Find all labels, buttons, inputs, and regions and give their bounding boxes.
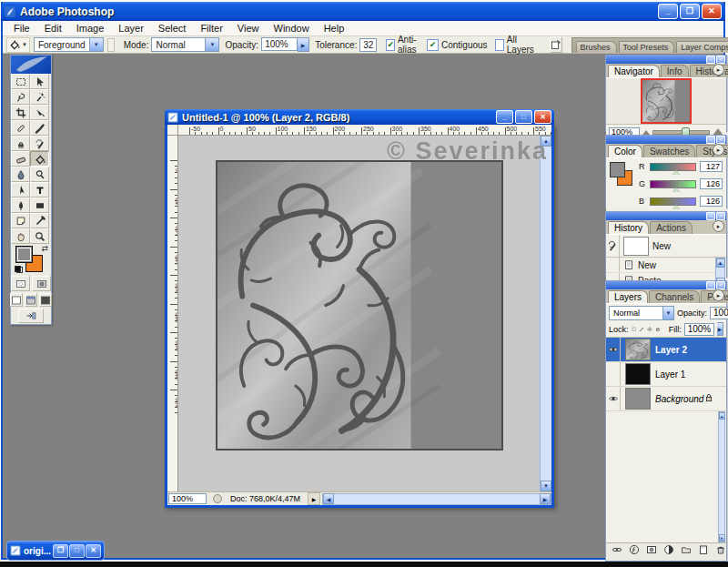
status-menu-arrow-icon[interactable]: ▶	[308, 492, 320, 505]
scroll-left-icon[interactable]: ◀	[323, 493, 334, 504]
visibility-toggle[interactable]	[606, 338, 621, 361]
color-panel-menu-icon[interactable]: ▸	[713, 144, 724, 156]
panel-titlebar[interactable]: –×	[606, 281, 726, 289]
layer-row-layer-1[interactable]: Layer 1	[606, 362, 726, 387]
crop-tool[interactable]	[11, 105, 30, 120]
history-snapshot-row[interactable]: New	[606, 235, 726, 258]
swap-colors-icon[interactable]: ⇄	[41, 244, 48, 253]
eyedropper-tool[interactable]	[30, 213, 49, 228]
panel-close-icon[interactable]: ×	[716, 212, 725, 220]
lock-pixels-icon[interactable]	[639, 324, 644, 335]
panel-minimize-icon[interactable]: –	[706, 136, 715, 144]
lock-transparency-icon[interactable]	[632, 324, 637, 335]
canvas-image[interactable]	[216, 160, 503, 451]
panel-minimize-icon[interactable]: –	[706, 212, 715, 220]
app-titlebar[interactable]: Adobe Photoshop _ ❐ ✕	[1, 2, 725, 21]
hand-tool[interactable]	[11, 228, 30, 244]
vertical-ruler[interactable]: 050100150200250300350400	[167, 136, 178, 491]
panel-titlebar[interactable]: –×	[606, 136, 726, 144]
layers-panel-menu-icon[interactable]: ▸	[713, 289, 724, 301]
close-icon[interactable]: ✕	[86, 544, 101, 558]
navigator-viewbox[interactable]	[641, 78, 692, 124]
channel-value-r[interactable]: 127	[700, 161, 723, 172]
layers-tab-layers[interactable]: Layers	[608, 290, 648, 303]
scroll-down-icon[interactable]: ▼	[541, 481, 551, 491]
status-zoom-input[interactable]: 100%	[168, 493, 207, 504]
default-colors-icon[interactable]	[15, 266, 23, 273]
scroll-up-icon[interactable]: ▲	[716, 258, 725, 268]
tolerance-input[interactable]: 32	[359, 38, 377, 52]
color-tab-color[interactable]: Color	[608, 145, 642, 157]
panel-close-icon[interactable]: ×	[716, 281, 725, 289]
panel-close-icon[interactable]: ×	[716, 136, 725, 144]
maximize-icon[interactable]: □	[69, 544, 85, 558]
jump-to-imageready-button[interactable]	[18, 309, 44, 323]
menu-view[interactable]: View	[230, 22, 267, 35]
fullscreen-button[interactable]	[39, 293, 52, 307]
paint-bucket-tool[interactable]	[30, 151, 49, 167]
new-layer-button[interactable]	[698, 542, 709, 559]
zoom-out-icon[interactable]	[642, 130, 650, 135]
blur-tool[interactable]	[11, 167, 30, 182]
dodge-tool[interactable]	[30, 167, 49, 182]
checkbox-all-layers[interactable]: All Layers	[495, 35, 537, 55]
channel-value-g[interactable]: 126	[700, 178, 723, 189]
channel-slider-g[interactable]	[650, 180, 696, 188]
canvas-area[interactable]	[178, 136, 540, 491]
group-button[interactable]	[681, 542, 692, 559]
color-tab-swatches[interactable]: Swatches	[643, 145, 695, 157]
slider-thumb-icon[interactable]	[672, 187, 680, 192]
layer-thumbnail[interactable]	[625, 388, 651, 410]
layers-opacity-input[interactable]: 100%	[710, 307, 728, 319]
menu-select[interactable]: Select	[151, 22, 194, 35]
horizontal-scrollbar[interactable]: ◀ ▶	[322, 493, 551, 505]
document-titlebar[interactable]: Untitled-1 @ 100% (Layer 2, RGB/8) _ □ ✕	[165, 109, 554, 125]
layer-thumbnail[interactable]	[625, 363, 651, 385]
doc-close-button[interactable]: ✕	[534, 110, 551, 124]
adjustment-button[interactable]	[663, 542, 674, 559]
history-source-cell[interactable]	[606, 258, 620, 272]
menu-filter[interactable]: Filter	[193, 22, 229, 35]
layer-row-layer-2[interactable]: Layer 2	[606, 338, 726, 362]
slider-thumb-icon[interactable]	[672, 170, 680, 175]
brush-tool[interactable]	[30, 120, 49, 136]
doc-maximize-button[interactable]: □	[515, 110, 532, 124]
channel-value-b[interactable]: 126	[700, 196, 723, 207]
well-tab-brushes[interactable]: Brushes	[576, 41, 617, 53]
rectangular-marquee-tool[interactable]	[11, 74, 30, 89]
layer-thumbnail[interactable]	[625, 339, 651, 360]
navigator-tab-info[interactable]: Info	[661, 65, 689, 77]
shape-tool[interactable]	[30, 197, 49, 213]
channel-slider-b[interactable]	[650, 197, 696, 206]
opacity-input[interactable]: 100%	[261, 37, 298, 51]
path-selection-tool[interactable]	[11, 182, 30, 197]
layer-row-background[interactable]: Background	[606, 387, 726, 411]
well-tab-tool-presets[interactable]: Tool Presets	[619, 41, 675, 53]
restore-button[interactable]: ❐	[680, 4, 700, 19]
vertical-scrollbar[interactable]: ▲ ▼	[540, 136, 551, 491]
history-brush-source[interactable]	[606, 235, 620, 257]
type-tool[interactable]	[30, 182, 49, 197]
magic-wand-tool[interactable]	[30, 89, 49, 105]
close-button[interactable]: ✕	[702, 4, 722, 19]
scroll-down-icon[interactable]: ▼	[719, 534, 725, 542]
notes-tool[interactable]	[11, 213, 30, 228]
slider-thumb-icon[interactable]	[672, 205, 680, 209]
layer-style-button[interactable]	[629, 542, 640, 559]
fullscreen-menubar-button[interactable]	[25, 293, 37, 307]
menu-image[interactable]: Image	[69, 22, 112, 35]
layers-scrollbar[interactable]: ▲ ▼	[718, 411, 725, 542]
minimize-button[interactable]: _	[658, 4, 678, 19]
navigator-zoom-slider[interactable]	[652, 130, 710, 135]
fill-arrow-icon[interactable]: ▶	[717, 322, 723, 336]
toolbox-banner[interactable]	[11, 56, 51, 74]
lasso-tool[interactable]	[11, 89, 30, 105]
fill-source-select[interactable]: Foreground ▼	[34, 37, 104, 52]
scroll-up-icon[interactable]: ▲	[719, 412, 725, 420]
link-button[interactable]	[612, 542, 622, 559]
lock-all-icon[interactable]	[655, 324, 661, 335]
history-tab-history[interactable]: History	[608, 221, 649, 234]
channel-slider-r[interactable]	[650, 163, 696, 171]
menu-help[interactable]: Help	[317, 22, 352, 35]
fill-input[interactable]: 100%	[684, 323, 715, 336]
